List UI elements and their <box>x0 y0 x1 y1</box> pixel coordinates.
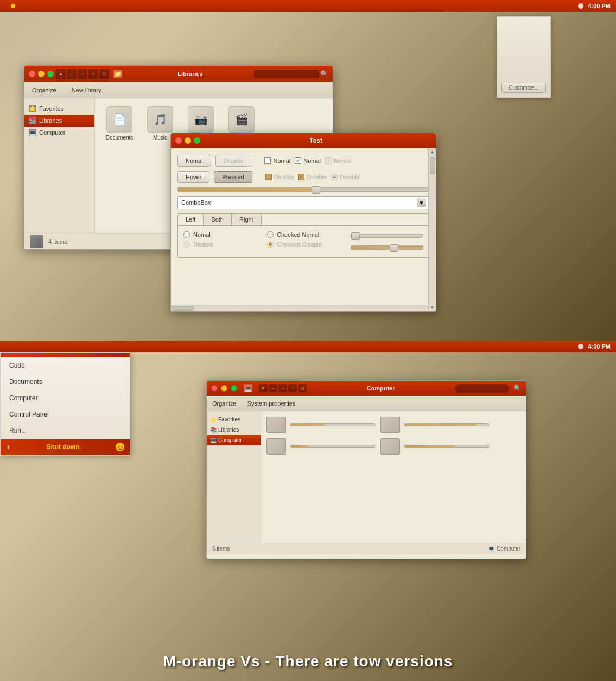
h-scroll-thumb[interactable] <box>172 306 194 311</box>
sidebar-item-favorites[interactable]: ⭐ Favorites <box>24 103 94 115</box>
comp-sidebar-favorites[interactable]: ⭐ Favorites <box>207 414 261 425</box>
checkbox-3-label: Nomal <box>334 157 351 164</box>
drive-bar-track-2 <box>404 423 489 426</box>
radio-disable: Disable <box>183 241 256 248</box>
start-plus-icon[interactable]: + <box>6 443 10 451</box>
dialog-controls <box>175 137 200 144</box>
radio-label-disable: Disable <box>193 241 213 248</box>
computer-search[interactable] <box>455 384 509 393</box>
slider-main[interactable] <box>177 187 429 192</box>
check-group-4: Disable <box>265 174 294 180</box>
drive-bar-3 <box>290 445 375 448</box>
tb-btn-3[interactable]: → <box>78 69 87 79</box>
tb-btn-5[interactable]: □ <box>99 69 109 79</box>
tab-both[interactable]: Both <box>204 214 232 225</box>
start-menu-run[interactable]: Run... <box>1 423 130 439</box>
tab-row: Nomal Disable Checked Nomal <box>183 231 423 252</box>
slider-radio-thumb-2[interactable] <box>390 244 398 252</box>
taskbar-time-top: 4:00 PM <box>588 3 611 9</box>
combobox-text: ComboBox <box>181 199 417 206</box>
comp-min-btn[interactable] <box>221 385 227 392</box>
libraries-icon: 📚 <box>29 117 36 124</box>
scroll-thumb[interactable] <box>430 157 435 174</box>
start-menu-documents[interactable]: Documents <box>1 374 130 390</box>
comp-toolbar: Organize System properties <box>207 396 526 411</box>
slider-radio-1[interactable] <box>351 234 423 238</box>
minimize-button[interactable] <box>38 71 45 77</box>
comp-system-btn[interactable]: System properties <box>247 400 296 407</box>
sidebar-item-computer[interactable]: 💻 Computer <box>24 127 94 138</box>
comp-organize-btn[interactable]: Organize <box>212 400 237 407</box>
tab-right[interactable]: Right <box>232 214 262 225</box>
start-menu-cu88[interactable]: Cu88 <box>1 357 130 374</box>
taskbar-top: 4:00 PM <box>0 0 616 12</box>
hover-button[interactable]: Hover <box>177 171 209 183</box>
h-scrollbar <box>171 305 428 311</box>
start-menu-control-panel[interactable]: Control Panel <box>1 406 130 423</box>
checkbox-6: − <box>331 174 338 180</box>
combobox-arrow[interactable]: ▼ <box>417 198 426 207</box>
fm-status-icon <box>30 235 43 248</box>
checkbox-1[interactable] <box>264 157 271 164</box>
combobox[interactable]: ComboBox ▼ <box>177 196 429 209</box>
comp-sidebar-computer[interactable]: 💻 Computer <box>207 435 261 445</box>
close-button[interactable] <box>29 71 35 77</box>
comp-tb-btn-5[interactable]: □ <box>298 384 307 392</box>
drive-item-2[interactable] <box>380 417 489 433</box>
scroll-down-icon[interactable]: ▼ <box>429 304 436 311</box>
drive-item-1[interactable] <box>266 417 375 433</box>
normal-button[interactable]: Nomal <box>177 155 211 167</box>
comp-tb-btn-2[interactable]: ← <box>269 384 277 392</box>
tab-col-1: Nomal Disable <box>183 231 256 252</box>
dialog-min-btn[interactable] <box>185 137 191 144</box>
tb-btn-4[interactable]: ↑ <box>88 69 98 79</box>
fm-search[interactable] <box>254 70 319 78</box>
radio-btn-normal[interactable] <box>183 231 190 238</box>
file-item-documents[interactable]: 📄 Documents <box>103 106 136 141</box>
pressed-button[interactable]: Pressed <box>214 171 252 183</box>
comp-max-btn[interactable] <box>231 385 237 392</box>
comp-status-icon: 💻 <box>488 546 494 552</box>
checkbox-2[interactable]: ✓ <box>295 157 301 164</box>
customize-button[interactable]: Customize... <box>501 83 546 93</box>
comp-tb-btn-3[interactable]: → <box>278 384 287 392</box>
scroll-up-icon[interactable]: ▲ <box>429 148 436 155</box>
comp-search-icon: 🔍 <box>513 384 522 392</box>
computer-title: Computer <box>310 385 452 392</box>
pictures-icon: 📷 <box>188 106 214 133</box>
drive-bar-fill-4 <box>405 445 455 447</box>
fm-organize-btn[interactable]: Organize <box>30 86 59 94</box>
computer-icon: 💻 <box>29 129 36 136</box>
drive-item-3[interactable] <box>266 438 375 455</box>
tab-left[interactable]: Left <box>178 214 204 225</box>
dialog-max-btn[interactable] <box>194 137 200 144</box>
dialog-title: Test <box>200 137 431 144</box>
tb-btn-1[interactable]: ≡ <box>56 69 66 79</box>
fm-new-library-btn[interactable]: New library <box>69 86 104 94</box>
start-menu: Cu88 Documents Computer Control Panel Ru… <box>0 352 130 456</box>
slider-radio-2[interactable] <box>351 245 423 250</box>
comp-tb-btn-4[interactable]: ↑ <box>288 384 297 392</box>
sidebar-item-libraries[interactable]: 📚 Libraries <box>24 115 94 127</box>
shutdown-button[interactable]: Shut down <box>46 443 79 451</box>
comp-sidebar-libraries[interactable]: 📚 Libraries <box>207 425 261 435</box>
tb-btn-2[interactable]: ← <box>67 69 77 79</box>
comp-close-btn[interactable] <box>211 385 218 392</box>
maximize-button[interactable] <box>47 71 54 77</box>
taskbar-dot-left <box>11 4 15 8</box>
drive-icon-3 <box>266 438 286 455</box>
checkbox-5-label: Disable <box>307 174 327 180</box>
taskbar-bottom: 4:00 PM <box>0 340 616 352</box>
favorites-icon: ⭐ <box>29 105 36 112</box>
radio-btn-checked-normal[interactable] <box>267 231 274 238</box>
comp-tb-btn-1[interactable]: ≡ <box>259 384 268 392</box>
comp-status-left: 5 items <box>212 546 230 552</box>
drive-bar-track-3 <box>290 445 375 448</box>
shutdown-circle-icon[interactable]: ⏻ <box>116 443 124 451</box>
start-menu-computer[interactable]: Computer <box>1 390 130 406</box>
check-group-3: − Nomal <box>325 157 351 164</box>
drive-item-4[interactable] <box>380 438 489 455</box>
dialog-close-btn[interactable] <box>175 137 182 144</box>
slider-radio-thumb-1[interactable] <box>351 232 360 240</box>
slider-thumb[interactable] <box>312 186 320 194</box>
